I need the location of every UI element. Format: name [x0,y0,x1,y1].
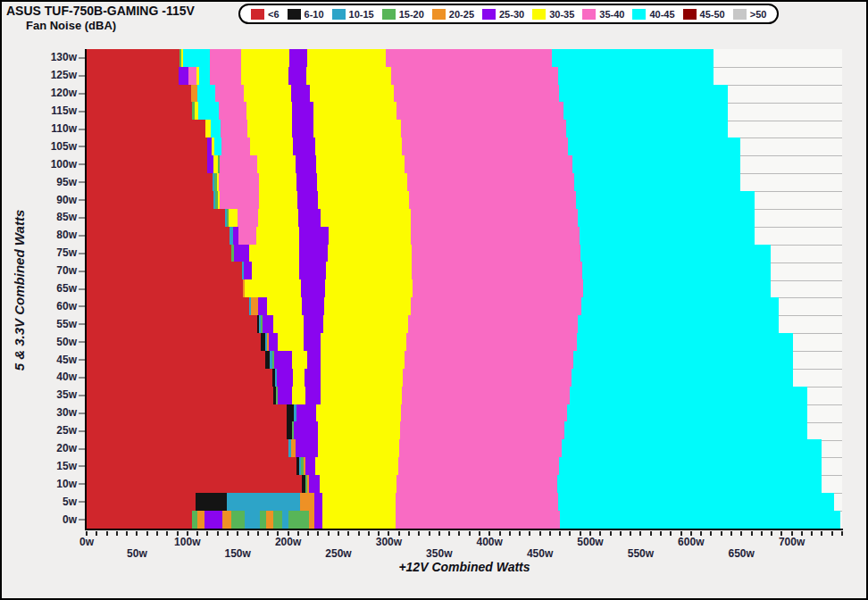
x-tick [358,531,360,536]
heatmap-segment [316,155,405,173]
heatmap-segment [289,49,308,67]
heatmap-segment [221,138,250,155]
heatmap-segment [296,155,317,173]
y-tick [79,235,85,237]
heatmap-segment [249,245,300,262]
heatmap-segment [582,262,771,279]
x-tick [610,531,612,536]
x-axis-title: +12V Combined Watts [87,560,842,574]
heatmap-segment [307,351,321,369]
x-tick [841,531,843,536]
heatmap-segment [305,387,321,404]
heatmap-segment [321,387,403,404]
legend-label: <6 [268,9,280,20]
heatmap-segment [244,262,252,279]
y-tick [79,181,85,183]
heatmap-segment [296,404,317,422]
legend-swatch-icon [288,9,301,20]
heatmap-segment [411,227,580,245]
y-tick [79,377,85,379]
legend-label: >50 [750,9,767,20]
heatmap-segment [563,102,728,120]
heatmap-segment [258,297,268,315]
legend-item: 6-10 [288,9,324,20]
heatmap-segment [220,155,257,173]
heatmap-segment [407,173,575,191]
legend-item: 10-15 [332,9,374,20]
legend-swatch-icon [332,9,346,20]
heatmap-segment [321,351,405,369]
y-tick-label: 60w [30,300,77,312]
heatmap-segment [411,297,581,315]
heatmap-segment [87,191,214,209]
heatmap-segment [402,387,571,404]
x-tick [338,531,339,536]
heatmap-segment [87,369,272,387]
heatmap-segment [179,67,189,85]
heatmap-segment [244,85,291,103]
x-tick [721,531,722,536]
x-tick [761,531,763,536]
x-tick [196,531,198,536]
heatmap-segment [305,457,316,475]
heatmap-segment [87,67,179,85]
y-tick-label: 100w [30,158,77,171]
heatmap-segment [288,67,307,85]
legend-label: 25-30 [499,9,524,20]
heatmap-segment [570,387,806,404]
heatmap-segment [396,493,558,511]
heatmap-segment [304,315,324,333]
heatmap-segment [305,369,321,387]
x-tick [559,531,561,536]
heatmap-segment [241,49,290,67]
heatmap-segment [558,493,834,511]
x-tick [429,531,430,536]
x-tick [710,531,712,536]
heatmap-segment [298,209,321,227]
heatmap-segment [386,49,553,67]
heatmap-segment [183,49,210,67]
legend-label: 10-15 [349,9,374,20]
heatmap-segment [292,120,313,138]
x-tick [438,531,440,536]
y-tick [79,253,85,254]
heatmap-segment [558,67,714,85]
x-tick-label: 0w [64,536,109,548]
legend-swatch-icon [683,9,697,20]
heatmap-segment [273,315,304,333]
legend-item: <6 [251,9,280,20]
heatmap-segment [234,245,249,262]
x-tick [639,531,641,536]
heatmap-segment [198,102,219,120]
heatmap-segment [315,138,402,155]
y-tick-label: 5w [30,496,77,508]
heatmap-segment [229,209,238,227]
legend-label: 15-20 [399,9,424,20]
x-tick [448,531,450,536]
heatmap-segment [394,85,559,103]
legend-label: 6-10 [305,9,324,20]
y-tick-label: 80w [30,229,77,241]
heatmap-segment [87,421,288,439]
x-tick-label: 350w [417,547,462,560]
heatmap-segment [316,404,401,422]
heatmap-segment [302,297,324,315]
x-tick-label: 700w [770,536,814,548]
x-tick [831,531,833,536]
y-axis-line [85,49,87,530]
heatmap-segment [576,191,755,209]
heatmap-segment [199,67,210,85]
heatmap-segment [219,102,247,120]
x-tick-label: 100w [165,536,210,548]
x-tick [257,531,259,536]
y-tick-label: 105w [30,140,77,153]
y-tick-label: 115w [30,104,77,117]
heatmap-segment [313,102,397,120]
heatmap-segment [323,315,408,333]
x-tick [317,531,319,536]
heatmap-segment [87,404,288,422]
x-tick [458,531,460,536]
heatmap-segment [87,351,265,369]
y-tick [79,501,85,503]
legend-swatch-icon [532,9,546,20]
